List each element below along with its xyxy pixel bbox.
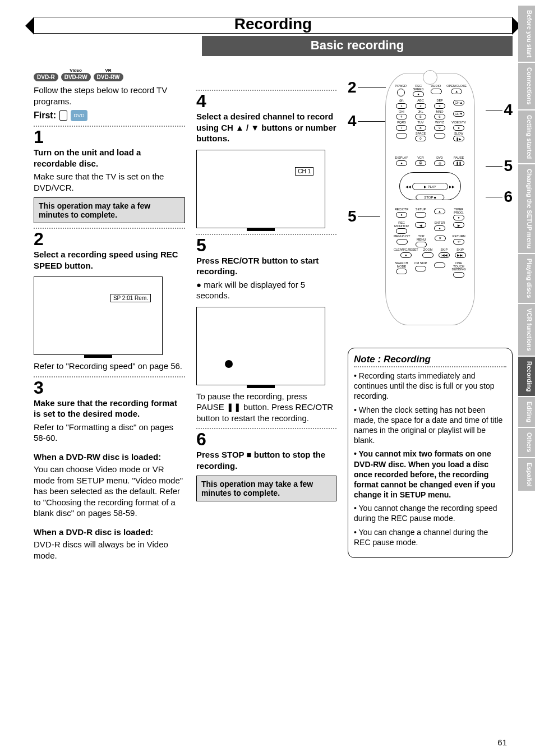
side-tab[interactable]: Recording [518, 357, 535, 396]
remote-key [394, 132, 409, 142]
remote-key: SEARCH MODE [394, 262, 409, 278]
first-row: First: DVD [34, 110, 185, 121]
remote-key: ENTER● [432, 222, 448, 234]
page-subtitle: Basic recording [202, 36, 513, 56]
remote-key: REC MONITOR [394, 222, 409, 234]
step-1-body: Make sure that the TV is set on the DVD/… [34, 171, 185, 193]
remote-key: DEF3 [432, 99, 448, 109]
note-item: You cannot mix two formats on one DVD-RW… [354, 449, 506, 500]
rec-speed-button: REC SPEED● [411, 85, 425, 97]
disc-badges: DVD-R VideoDVD-RW VRDVD-RW [34, 73, 185, 81]
side-tab[interactable]: Getting started [518, 110, 535, 163]
remote-lower-3: MENU/LISTTOP MENU▼RETURN↩ [394, 235, 467, 247]
remote-key: PAUSE❚❚ [451, 156, 467, 166]
remote-key: SPACE0 [413, 132, 428, 142]
note-recording-block: Note : Recording Recording starts immedi… [348, 348, 513, 558]
badge-dvdrw-video: VideoDVD-RW [61, 73, 91, 81]
remote-key: REC/OTR● [394, 208, 409, 220]
remote-lower-1: REC/OTR●SETUP▲TIMER PROG.● [394, 208, 467, 220]
step-3-number: 3 [34, 379, 185, 397]
side-tab[interactable]: Changing the SETUP menu [518, 164, 535, 253]
callout-4-left: 4 [348, 112, 357, 130]
badge-dvdrw-vr: VRDVD-RW [94, 73, 123, 81]
column-left: DVD-R VideoDVD-RW VRDVD-RW Follow the st… [34, 73, 185, 563]
remote-diagram: POWER REC SPEED● AUDIO OPEN/CLOSE▲ @!:1A… [385, 73, 475, 325]
remote-key: ONE TOUCH DUBBING [451, 262, 467, 278]
callout-6: 6 [504, 188, 513, 206]
remote-key: ▲ [432, 208, 448, 220]
remote-key: PQRS7 [394, 121, 409, 131]
tv-screen-step4: CH 1 [196, 150, 325, 228]
separator [196, 90, 336, 91]
callout-4-right: 4 [504, 101, 513, 119]
remote-key: DVD◎ [432, 156, 448, 166]
tv-screen-step5 [196, 307, 325, 385]
step-3-sub2-head: When a DVD-R disc is loaded: [34, 527, 185, 538]
first-label: First: [34, 110, 56, 121]
remote-lower-2: REC MONITOR◀ENTER●▶ [394, 222, 467, 234]
side-tab[interactable]: Español [518, 458, 535, 491]
remote-key: TUV8 [413, 121, 428, 131]
step-5-body: ● mark will be displayed for 5 seconds. [196, 279, 336, 301]
remote-key: TIMER PROG.● [451, 208, 467, 220]
step-5-heading: Press REC/OTR button to start recording. [196, 255, 336, 277]
remote-key: VIDEO/TV● [451, 121, 467, 131]
stop-button: STOP ■ [416, 195, 444, 200]
side-tab[interactable]: Playing discs [518, 254, 535, 302]
badge-dvdr: DVD-R [34, 73, 58, 81]
remote-mid-row: DISPLAY●VCR⦿DVD◎PAUSE❚❚ [394, 156, 467, 166]
separator [34, 228, 185, 229]
step-1-note: This operation may take a few minutes to… [34, 197, 185, 223]
note-title: Note : Recording [354, 354, 506, 365]
separator [196, 428, 336, 429]
callout-2: 2 [348, 79, 357, 96]
step-2-number: 2 [34, 230, 185, 248]
column-right: 2 4 4 5 6 5 POWER [348, 73, 513, 563]
separator [34, 126, 185, 127]
remote-key: ▶ [451, 222, 467, 234]
step-2-heading: Select a recording speed using REC SPEED… [34, 249, 185, 271]
remote-lower-5: SEARCH MODECM SKIPONE TOUCH DUBBING [394, 262, 467, 278]
note-item: Recording starts immediately and continu… [354, 371, 506, 402]
separator [34, 376, 185, 377]
remote-key: TOP MENU [413, 235, 429, 247]
remote-key: CH▼ [451, 110, 467, 120]
tv-screen-step2: SP 2:01 Rem. [34, 276, 163, 355]
side-tabs: Before you startConnectionsGetting start… [518, 6, 535, 492]
note-item: You cannot change the recording speed du… [354, 503, 506, 523]
step-4-number: 4 [196, 92, 336, 110]
step-3-heading: Make sure that the recording format is s… [34, 398, 185, 420]
page-number: 61 [497, 737, 507, 747]
remote-key: SKIP|◀◀ [437, 248, 450, 258]
rewind-icon: ◀◀ [405, 185, 411, 188]
step-6-note: This operation may take a few minutes to… [196, 476, 336, 501]
step-1-number: 1 [34, 128, 185, 146]
remote-key: CM SKIP [413, 262, 428, 278]
side-tab[interactable]: Before you start [518, 6, 535, 62]
ff-icon: ▶▶ [449, 185, 455, 188]
side-tab[interactable]: VCR functions [518, 304, 535, 356]
side-tab[interactable]: Others [518, 428, 535, 457]
record-dot-icon [225, 360, 233, 368]
side-tab[interactable]: Editing [518, 397, 535, 427]
remote-number-pad: @!:1ABC2DEF3CH▲GHI4JKL5MNO6CH▼PQRS7TUV8W… [394, 99, 467, 141]
power-button: POWER [394, 85, 408, 97]
play-button: ▶ PLAY [412, 183, 448, 190]
step-3-sub2-body: DVD-R discs will always be in Video mode… [34, 539, 185, 561]
remote-key: SETUP [413, 208, 428, 220]
remote-key: WXYZ9 [432, 121, 448, 131]
remote-key: ZOOM [422, 248, 435, 258]
side-tab[interactable]: Connections [518, 63, 535, 109]
remote-key: JKL5 [413, 110, 428, 120]
step-6-heading: Press STOP ■ button to stop the recordin… [196, 449, 336, 471]
audio-button: AUDIO [429, 85, 443, 97]
step-3-body: Refer to "Formatting a disc" on pages 58… [34, 422, 185, 444]
separator [196, 234, 336, 235]
note-item: You can change a channel during the REC … [354, 527, 506, 547]
step-3-sub1-body: You can choose Video mode or VR mode fro… [34, 464, 185, 519]
disc-insert-icon [59, 110, 67, 121]
remote-key: VCR⦿ [413, 156, 428, 166]
remote-key: ◀ [413, 222, 428, 234]
step-4-heading: Select a desired channel to record using… [196, 111, 336, 144]
note-list: Recording starts immediately and continu… [354, 371, 506, 547]
